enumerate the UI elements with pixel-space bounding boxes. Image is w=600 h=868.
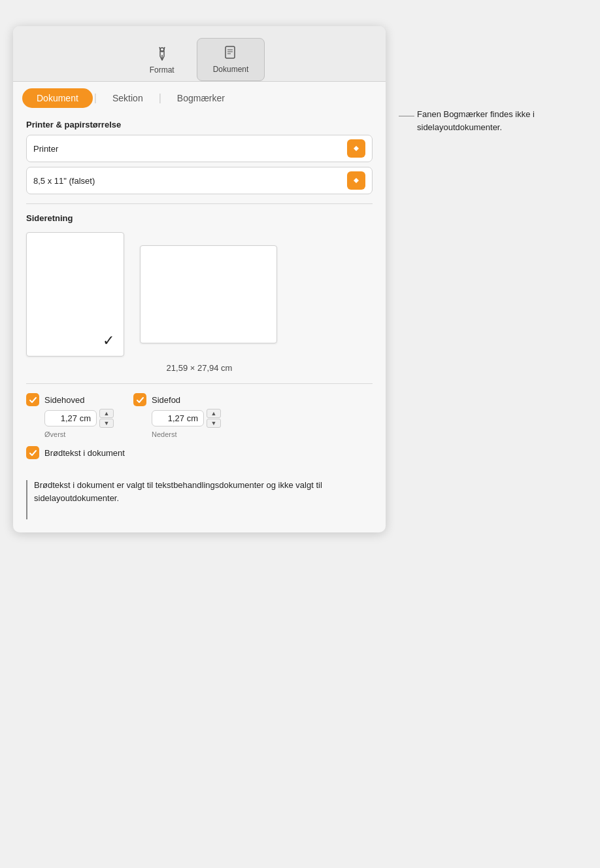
tab-bogmaerker[interactable]: Bogmærker [163,88,239,108]
sidehoved-label: Sidehoved [44,395,84,405]
format-label: Format [150,65,175,75]
sidefod-item: Sidefod ▲ ▼ Nederst [133,393,221,438]
sidefod-label: Sidefod [152,395,180,405]
svg-marker-6 [354,146,359,148]
format-icon [153,44,171,63]
bottom-annotation-line [26,480,27,519]
brodtekst-checkbox[interactable] [26,446,39,459]
sidefod-checkbox-row: Sidefod [133,393,221,406]
dimensions-label: 21,59 × 27,94 cm [26,363,373,373]
toolbar: Format Dokument [13,26,386,82]
sidefod-input-row: ▲ ▼ [152,409,221,428]
tab-divider-2: | [159,92,161,104]
tab-divider-1: | [94,92,97,104]
svg-marker-8 [354,178,359,181]
sidehoved-input-row: ▲ ▼ [44,409,114,428]
tab-sektion[interactable]: Sektion [98,88,158,108]
tab-bar: Dokument | Sektion | Bogmærker [13,82,386,108]
main-container: Format Dokument Dokument | Sektion | [13,26,587,532]
printer-select-row[interactable]: Printer [26,135,373,162]
divider-2 [26,383,373,384]
divider-1 [26,203,373,204]
dokument-toolbar-label: Dokument [213,65,249,74]
paper-select-row[interactable]: 8,5 x 11" (falset) [26,167,373,194]
right-callout-container: Fanen Bogmærker findes ikke i sidelayout… [399,108,600,134]
sidehoved-up[interactable]: ▲ [99,409,114,418]
bottom-annotation-text: Brødtekst i dokument er valgt til tekstb… [34,479,373,505]
sidehoved-value-input[interactable] [44,410,97,426]
paper-value: 8,5 x 11" (falset) [33,176,347,186]
right-callout-text: Fanen Bogmærker findes ikke i sidelayout… [414,108,600,134]
orientation-options: ✓ [26,232,373,356]
inspector-panel: Format Dokument Dokument | Sektion | [13,26,386,532]
sidehoved-caption: Øverst [44,430,114,438]
printer-value: Printer [33,144,347,154]
format-button[interactable]: Format [134,39,190,81]
bottom-annotation: Brødtekst i dokument er valgt til tekstb… [26,479,373,519]
printer-section-title: Printer & papirstørrelse [26,120,373,130]
svg-marker-7 [354,148,359,151]
landscape-page [140,245,277,343]
panel-content: Printer & papirstørrelse Printer 8,5 x 1… [13,108,386,479]
svg-rect-2 [225,46,235,58]
brodtekst-label: Brødtekst i dokument [44,448,125,458]
header-footer-row: Sidehoved ▲ ▼ Øverst [26,393,373,438]
sidehoved-down[interactable]: ▼ [99,419,114,428]
portrait-option[interactable]: ✓ [26,232,124,356]
sidehoved-checkbox-row: Sidehoved [26,393,114,406]
sidehoved-checkbox[interactable] [26,393,39,406]
paper-stepper[interactable] [347,171,365,190]
sidefod-caption: Nederst [152,430,221,438]
sidefod-down[interactable]: ▼ [207,419,221,428]
bottom-annotation-area: Brødtekst i dokument er valgt til tekstb… [13,479,386,532]
sidefod-checkbox[interactable] [133,393,146,406]
orientation-title: Sideretning [26,213,373,223]
dokument-button[interactable]: Dokument [197,38,265,81]
tab-dokument[interactable]: Dokument [22,88,93,108]
right-callout-connector [399,116,414,116]
brodtekst-row: Brødtekst i dokument [26,446,373,459]
portrait-page: ✓ [26,232,124,356]
portrait-checkmark: ✓ [103,332,114,349]
sidehoved-stepper[interactable]: ▲ ▼ [99,409,114,428]
sidehoved-item: Sidehoved ▲ ▼ Øverst [26,393,114,438]
sidefod-stepper[interactable]: ▲ ▼ [207,409,221,428]
sidefod-value-input[interactable] [152,410,204,426]
printer-stepper[interactable] [347,139,365,158]
dokument-toolbar-icon [222,44,240,62]
svg-marker-9 [354,181,359,183]
sidefod-up[interactable]: ▲ [207,409,221,418]
landscape-option[interactable] [140,245,277,343]
